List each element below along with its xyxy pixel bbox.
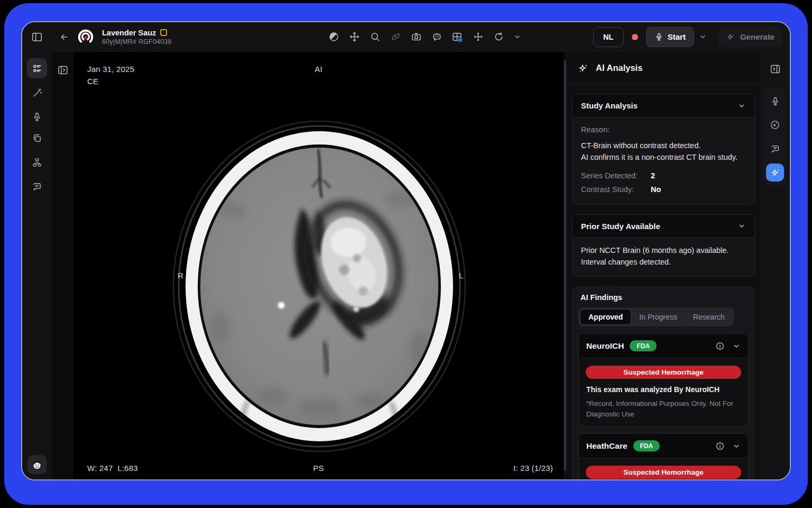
prior-study-line: Prior NCCT Brain (6 months ago) availabl…: [581, 245, 746, 257]
tab-approved[interactable]: Approved: [580, 309, 631, 325]
layout-settings-button[interactable]: [451, 31, 463, 43]
sparkles-icon: [770, 167, 781, 178]
mic-icon: [32, 112, 42, 122]
ct-brain-image: [73, 52, 564, 479]
chevron-down-icon[interactable]: [732, 442, 741, 450]
copy-series-icon: [32, 133, 42, 143]
right-tools-group: [763, 87, 787, 186]
alert-banner: Suspected Hemorrhage: [586, 366, 741, 379]
panel-body: Study Analysis Reason: CT-Brain without …: [567, 85, 760, 479]
sidebar-item-dictation[interactable]: [27, 107, 47, 127]
info-icon[interactable]: [715, 341, 725, 351]
image-viewport[interactable]: Jan 31, 2025 CE AI R L W: 247 L:683 PS I…: [73, 52, 564, 479]
contrast-study-label: Contrast Study:: [581, 184, 651, 196]
rotate-3d-tool-button[interactable]: [390, 31, 401, 43]
finding-card-neuroich: NeuroICH FDA Suspected Hemorrhage This e…: [578, 333, 749, 427]
chevron-down-icon[interactable]: [737, 222, 746, 230]
magic-wand-icon: [32, 87, 43, 98]
series-detected-value: 2: [651, 170, 655, 182]
sidebar-item-ai-tools[interactable]: [27, 83, 47, 103]
prior-study-line: Interval changes detected.: [581, 257, 746, 268]
mic-icon: [770, 96, 780, 106]
panel-left-icon: [31, 31, 43, 43]
sidebar-item-comments[interactable]: [27, 177, 47, 197]
pan-tool-button[interactable]: [348, 31, 360, 43]
overlay-study-date: Jan 31, 2025: [87, 65, 134, 74]
series-detected-label: Series Detected:: [581, 170, 651, 182]
reason-line: CT-Brain without contrast detected.: [581, 140, 746, 152]
crosshair-tool-button[interactable]: [472, 31, 484, 43]
patient-info: Lavender Sauz 60y|M|MR# RGF04038: [102, 29, 172, 46]
assistant-avatar-button[interactable]: [27, 455, 47, 474]
ai-circle-icon: [770, 120, 780, 130]
top-toolbar: Lavender Sauz 60y|M|MR# RGF04038 NL: [22, 22, 790, 52]
overlay-ai-label: AI: [315, 65, 322, 74]
reset-rotate-icon: [493, 31, 504, 42]
overlay-slice-counter: I: 23 (1/23): [513, 464, 553, 473]
right-sidebar: [760, 52, 790, 479]
generate-button[interactable]: Generate: [718, 27, 782, 47]
prior-study-header[interactable]: Prior Study Available: [573, 215, 754, 238]
study-analysis-header[interactable]: Study Analysis: [573, 94, 754, 117]
patient-name: Lavender Sauz: [102, 29, 156, 37]
chevron-down-icon: [513, 33, 521, 41]
findings-tabs: Approved In Progress Research: [578, 307, 734, 326]
contrast-tool-button[interactable]: [328, 31, 339, 43]
finding-card-heathcare: HeathCare FDA Suspected Hemorrhage This …: [578, 433, 749, 479]
panel-scrollbar[interactable]: [564, 52, 567, 479]
avatar: [30, 458, 44, 471]
voice-tool-button[interactable]: [766, 92, 784, 110]
mic-icon: [654, 32, 663, 41]
sidebar-item-workflow[interactable]: [27, 152, 47, 173]
start-button[interactable]: Start: [646, 27, 694, 47]
patient-flag-icon[interactable]: [160, 29, 167, 36]
alert-banner: Suspected Hemorrhage: [586, 466, 741, 479]
app-logo: [76, 28, 95, 47]
assistant-tool-button[interactable]: [431, 31, 442, 43]
expand-thumbnails-button[interactable]: [57, 65, 68, 76]
chat-icon: [770, 144, 780, 154]
zoom-tool-button[interactable]: [369, 31, 381, 43]
reset-options-button[interactable]: [513, 33, 521, 41]
sidebar-item-series[interactable]: [27, 128, 47, 148]
sidebar-item-study-list[interactable]: [27, 58, 47, 78]
magnifier-icon: [370, 31, 381, 42]
contrast-icon: [328, 31, 339, 42]
ai-analysis-panel: AI Analysis Study Analysis Reason: CT-Br…: [567, 52, 760, 479]
collapse-right-panel-button[interactable]: [770, 64, 781, 75]
ai-history-button[interactable]: [766, 116, 784, 134]
back-button[interactable]: [59, 32, 69, 42]
tab-research[interactable]: Research: [685, 309, 733, 325]
panel-title: AI Analysis: [596, 63, 642, 73]
sparkles-icon: [577, 62, 589, 74]
reason-label: Reason:: [581, 124, 746, 136]
start-options-button[interactable]: [696, 27, 710, 47]
hierarchy-icon: [32, 157, 42, 168]
left-sidebar: [22, 52, 52, 479]
chevron-down-icon[interactable]: [737, 102, 746, 110]
ai-findings-section: AI Findings Approved In Progress Researc…: [572, 286, 755, 479]
finding-name: HeathCare: [586, 441, 628, 451]
ai-findings-title: AI Findings: [578, 293, 749, 302]
viewer-tools: [328, 31, 521, 43]
back-arrow-icon: [59, 32, 69, 42]
snapshot-tool-button[interactable]: [410, 31, 422, 43]
prior-study-card: Prior Study Available Prior NCCT Brain (…: [572, 214, 755, 277]
nl-button[interactable]: NL: [593, 27, 624, 47]
fda-badge: FDA: [633, 440, 660, 451]
contrast-study-value: No: [651, 184, 661, 196]
analyzed-by-text: This exam was analyzed By NeuroICH: [586, 385, 741, 394]
patient-meta: 60y|M|MR# RGF04038: [102, 38, 172, 46]
chat-panel-button[interactable]: [766, 140, 784, 158]
reset-view-button[interactable]: [493, 31, 504, 43]
tab-in-progress[interactable]: In Progress: [631, 309, 685, 325]
study-analysis-card: Study Analysis Reason: CT-Brain without …: [572, 94, 755, 205]
info-icon[interactable]: [715, 441, 725, 451]
recording-indicator-dot: [632, 34, 638, 40]
disclaimer-text: *Record, Informational Purposes Only. No…: [586, 398, 741, 419]
chevron-down-icon[interactable]: [732, 342, 741, 350]
fda-badge: FDA: [630, 340, 657, 351]
ai-analysis-panel-button[interactable]: [766, 164, 784, 182]
toggle-left-panel-button[interactable]: [31, 31, 43, 43]
panel-expand-icon: [57, 65, 68, 76]
